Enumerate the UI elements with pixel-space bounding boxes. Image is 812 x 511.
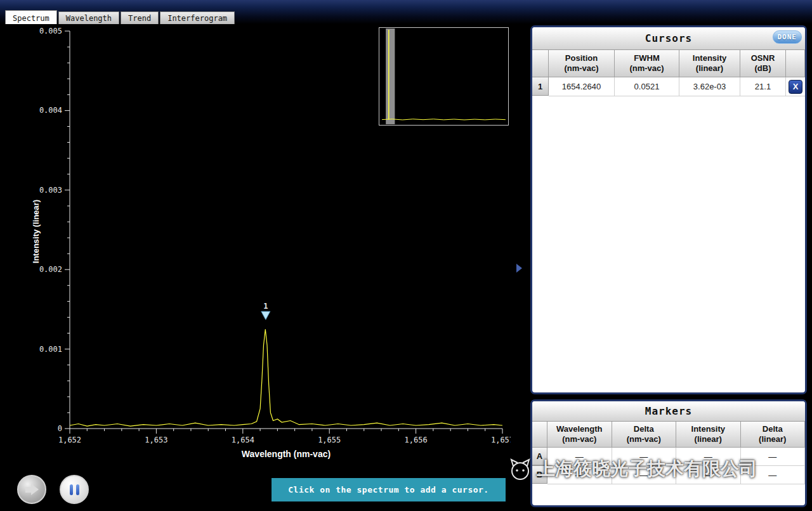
cursors-header-delete [785,49,805,77]
svg-text:1,652: 1,652 [58,436,81,444]
markers-panel-header: Markers [532,401,805,422]
spectrum-chart[interactable]: 00.0010.0020.0030.0040.0051,6521,6531,65… [13,25,511,472]
cursor-osnr-value: 21.1 [740,77,786,96]
cursor-intensity-value: 3.62e-03 [679,77,740,96]
cursors-title: Cursors [645,32,692,44]
marker-b-wavelength: — [547,466,612,484]
svg-text:0.001: 0.001 [39,345,62,354]
markers-header-delta-linear: Delta (linear) [740,421,806,448]
markers-header-blank [532,421,547,448]
marker-row-b: B — — — — [532,466,805,484]
marker-a-wavelength: — [547,448,612,466]
markers-panel: Markers Wavelength (nm-vac) Delta (nm-va… [530,399,807,507]
cursors-panel: Cursors DONE Position (nm-vac) FWHM (nm-… [530,25,807,394]
cursors-header-fwhm: FWHM (nm-vac) [614,49,679,77]
status-message: Click on the spectrum to add a cursor. [288,485,488,495]
markers-header-delta-nm: Delta (nm-vac) [612,421,677,448]
tab-wavelength[interactable]: Wavelength [58,11,119,24]
tab-interferogram[interactable]: Interferogram [160,11,235,24]
cursors-table-header: Position (nm-vac) FWHM (nm-vac) Intensit… [532,50,805,77]
cursor-delete-cell: X [786,77,805,96]
application-window: Spectrum Wavelength Trend Interferogram … [0,0,812,511]
pause-icon [70,484,79,495]
svg-text:0.002: 0.002 [39,265,62,274]
svg-text:0.005: 0.005 [39,27,62,36]
pause-button[interactable] [60,475,89,504]
tab-bar: Spectrum Wavelength Trend Interferogram [5,10,235,24]
marker-b-label: B [532,465,547,484]
status-message-bar: Click on the spectrum to add a cursor. [272,478,506,501]
top-bar: Spectrum Wavelength Trend Interferogram [0,0,812,24]
overview-inset[interactable] [379,27,509,126]
marker-a-delta-nm: — [612,448,677,466]
svg-text:1,654: 1,654 [232,436,254,444]
marker-a-intensity: — [676,448,741,466]
overview-inset-plot [379,28,508,125]
marker-b-delta-linear: — [741,466,806,484]
cursors-header-blank [532,49,549,77]
svg-text:1,656: 1,656 [405,436,428,444]
svg-text:0: 0 [58,424,62,433]
svg-text:0.004: 0.004 [39,106,62,115]
svg-text:0.003: 0.003 [39,186,62,195]
tab-trend[interactable]: Trend [121,11,159,24]
cursors-header-position: Position (nm-vac) [548,49,615,77]
cursors-panel-header: Cursors DONE [532,27,805,50]
svg-text:1,657: 1,657 [491,436,511,444]
markers-title: Markers [645,405,692,417]
marker-a-delta-linear: — [741,448,806,466]
play-icon [25,484,39,495]
x-axis-label: Wavelength (nm-vac) [70,449,502,459]
cursors-header-osnr: OSNR (dB) [740,49,786,77]
marker-row-a: A — — — — [532,448,805,466]
done-button[interactable]: DONE [773,30,802,44]
cursor-row-number: 1 [532,77,549,96]
y-axis-label: Intensity (linear) [31,200,41,263]
marker-a-label: A [532,447,547,465]
markers-header-wavelength: Wavelength (nm-vac) [547,421,612,448]
svg-text:1,655: 1,655 [318,436,341,444]
marker-b-intensity: — [676,466,741,484]
svg-text:1,653: 1,653 [145,436,167,444]
markers-header-intensity: Intensity (linear) [676,421,741,448]
cursor-row: 1 1654.2640 0.0521 3.62e-03 21.1 X [532,77,805,96]
cursor-position-value: 1654.2640 [549,77,615,96]
cursor-delete-button[interactable]: X [789,80,802,94]
tab-spectrum[interactable]: Spectrum [5,10,57,24]
markers-table-header: Wavelength (nm-vac) Delta (nm-vac) Inten… [532,422,805,448]
svg-text:1: 1 [263,302,268,311]
marker-b-delta-nm: — [612,466,677,484]
play-button[interactable] [17,475,46,504]
cursors-header-intensity: Intensity (linear) [679,49,740,77]
cursor-fwhm-value: 0.0521 [615,77,679,96]
panel-expand-arrow[interactable] [516,264,522,273]
